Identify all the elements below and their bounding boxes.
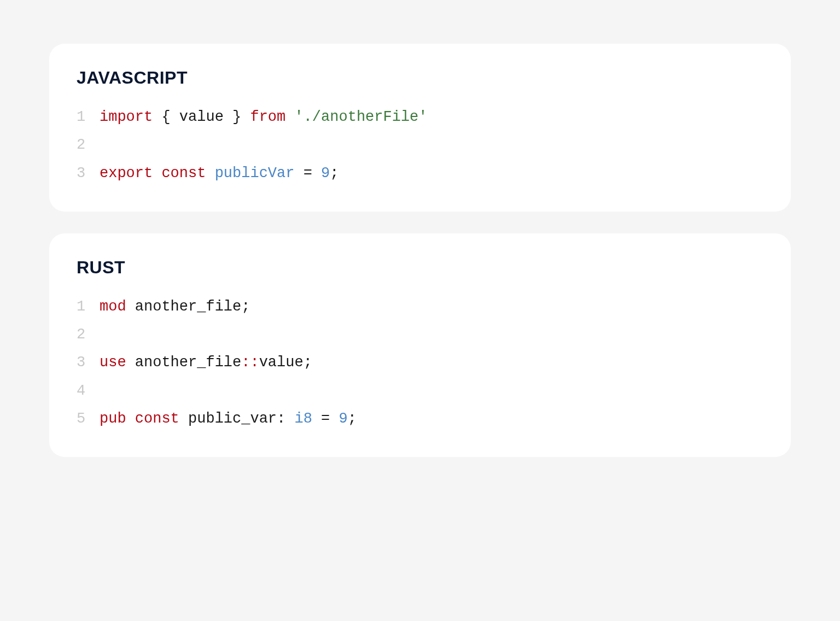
line-number: 1 <box>77 293 100 321</box>
code-content: pub const public_var: i8 = 9; <box>100 405 357 433</box>
code-token: another_file <box>126 298 242 315</box>
code-line: 1mod another_file; <box>77 293 763 321</box>
code-token: = <box>294 165 321 181</box>
code-block: 1mod another_file;2 3use another_file::v… <box>77 293 763 433</box>
code-token: from <box>250 109 285 125</box>
code-token: ; <box>241 298 250 315</box>
code-line: 4 <box>77 377 763 405</box>
line-number: 2 <box>77 131 100 159</box>
code-token: { value } <box>153 109 250 125</box>
code-token: publicVar <box>215 165 295 181</box>
code-token: export <box>100 165 153 181</box>
code-content: export const publicVar = 9; <box>100 160 339 188</box>
code-token: 9 <box>339 411 347 427</box>
code-token: import <box>100 109 153 125</box>
code-token: mod <box>100 298 126 315</box>
code-line: 2 <box>77 321 763 349</box>
code-content <box>100 321 108 349</box>
code-card: JAVASCRIPT1import { value } from './anot… <box>49 44 791 212</box>
code-token: :: <box>241 354 259 371</box>
code-line: 5pub const public_var: i8 = 9; <box>77 405 763 433</box>
code-line: 2 <box>77 131 763 159</box>
line-number: 4 <box>77 377 100 405</box>
line-number: 3 <box>77 349 100 377</box>
code-token: 9 <box>321 165 330 181</box>
code-block: 1import { value } from './anotherFile'2 … <box>77 103 763 188</box>
code-line: 1import { value } from './anotherFile' <box>77 103 763 131</box>
code-token: = <box>312 411 339 427</box>
code-token: public_var: <box>179 411 295 427</box>
card-title: JAVASCRIPT <box>77 68 763 88</box>
code-content <box>100 377 108 405</box>
page-root: JAVASCRIPT1import { value } from './anot… <box>49 44 791 457</box>
code-content: use another_file::value; <box>100 349 312 377</box>
code-token: ; <box>330 165 339 181</box>
card-title: RUST <box>77 257 763 278</box>
code-token: ; <box>304 354 312 371</box>
code-token <box>126 411 135 427</box>
code-content <box>100 131 108 159</box>
code-token: ; <box>348 411 357 427</box>
code-token <box>153 165 161 181</box>
code-token <box>206 165 214 181</box>
code-token: value <box>259 354 304 371</box>
code-token: './anotherFile' <box>294 109 427 125</box>
line-number: 5 <box>77 405 100 433</box>
code-token: const <box>161 165 206 181</box>
code-token: const <box>135 411 179 427</box>
code-token <box>285 109 294 125</box>
code-token: pub <box>100 411 126 427</box>
code-content: import { value } from './anotherFile' <box>100 103 428 131</box>
code-token: use <box>100 354 126 371</box>
line-number: 3 <box>77 160 100 188</box>
code-line: 3use another_file::value; <box>77 349 763 377</box>
line-number: 2 <box>77 321 100 349</box>
code-line: 3export const publicVar = 9; <box>77 160 763 188</box>
code-content: mod another_file; <box>100 293 250 321</box>
code-token: another_file <box>126 354 242 371</box>
code-token: i8 <box>294 411 312 427</box>
line-number: 1 <box>77 103 100 131</box>
code-card: RUST1mod another_file;2 3use another_fil… <box>49 233 791 457</box>
